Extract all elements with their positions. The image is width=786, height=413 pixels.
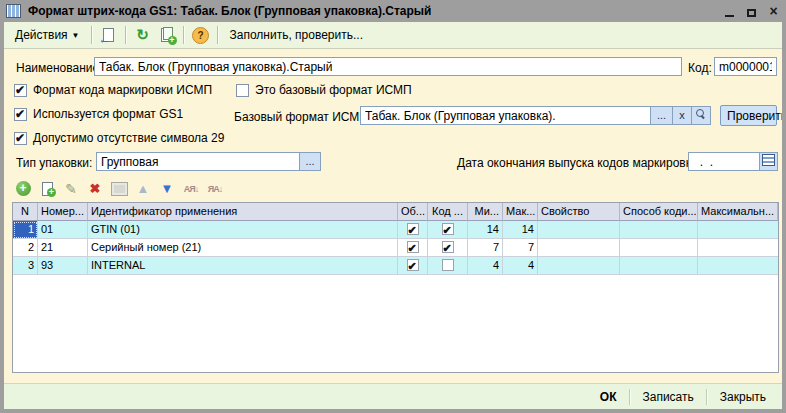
- column-header[interactable]: Об...: [398, 203, 428, 221]
- copy-button[interactable]: +: [157, 25, 177, 45]
- checkbox-icon: [14, 84, 27, 97]
- maximum-cell[interactable]: [698, 239, 778, 257]
- property-cell[interactable]: [538, 239, 620, 257]
- required-cell[interactable]: [398, 239, 428, 257]
- encoding-cell[interactable]: [620, 239, 698, 257]
- base-format-clear-button[interactable]: x: [672, 106, 692, 125]
- end-edit-button[interactable]: [108, 179, 130, 199]
- column-header[interactable]: Ми...: [468, 203, 503, 221]
- number-cell[interactable]: 93: [38, 257, 88, 275]
- min-cell[interactable]: 7: [468, 239, 503, 257]
- edit-row-button[interactable]: ✎: [60, 179, 82, 199]
- checkbox-gs1-format[interactable]: Используется формат GS1: [14, 107, 183, 121]
- base-format-input[interactable]: [360, 106, 651, 125]
- maximize-icon[interactable]: [745, 5, 758, 18]
- package-type-label: Тип упаковки:: [16, 156, 92, 170]
- in-code-cell[interactable]: [428, 221, 468, 239]
- number-cell[interactable]: 21: [38, 239, 88, 257]
- add-row-button[interactable]: +: [12, 179, 34, 199]
- encoding-cell[interactable]: [620, 221, 698, 239]
- encoding-cell[interactable]: [620, 257, 698, 275]
- row-number-cell[interactable]: 1: [13, 221, 38, 239]
- table-header-row: N Номер... Идентификатор применения Об..…: [13, 203, 778, 221]
- end-date-label: Дата окончания выпуска кодов маркировки:: [457, 156, 685, 170]
- save-button[interactable]: Записать: [631, 388, 706, 406]
- package-type-select-button[interactable]: ...: [299, 152, 321, 171]
- actions-menu-button[interactable]: Действия ▼: [8, 24, 87, 46]
- check-button[interactable]: Проверить: [720, 105, 777, 126]
- name-input[interactable]: [94, 57, 682, 76]
- required-cell[interactable]: [398, 257, 428, 275]
- row-number-cell[interactable]: 2: [13, 239, 38, 257]
- move-down-button[interactable]: ▼: [156, 179, 178, 199]
- ok-button[interactable]: ОК: [588, 388, 629, 406]
- max-cell[interactable]: 14: [503, 221, 538, 239]
- data-grid: N Номер... Идентификатор применения Об..…: [12, 202, 779, 373]
- checkbox-allow-missing-29[interactable]: Допустимо отсутствие символа 29: [14, 131, 224, 145]
- column-header[interactable]: Свойство: [538, 203, 620, 221]
- name-label: Наименование:: [16, 61, 103, 75]
- maximum-cell[interactable]: [698, 257, 778, 275]
- sort-ascending-button[interactable]: АЯ↓: [180, 179, 202, 199]
- toolbar-separator: [183, 26, 185, 44]
- column-header[interactable]: Идентификатор применения: [88, 203, 398, 221]
- minimize-icon[interactable]: [723, 5, 736, 18]
- max-cell[interactable]: 7: [503, 239, 538, 257]
- checkbox-icon: [407, 223, 419, 235]
- required-cell[interactable]: [398, 221, 428, 239]
- end-date-input[interactable]: [688, 152, 760, 171]
- checkbox-base-format[interactable]: Это базовый формат ИСМП: [236, 83, 412, 97]
- table-row[interactable]: 2 21 Серийный номер (21) 7 7: [13, 239, 778, 257]
- checkbox-icon: [14, 132, 27, 145]
- package-type-input[interactable]: [96, 152, 300, 171]
- base-format-open-button[interactable]: [691, 106, 711, 125]
- in-code-cell[interactable]: [428, 239, 468, 257]
- delete-row-button[interactable]: ✖: [84, 179, 106, 199]
- property-cell[interactable]: [538, 257, 620, 275]
- pencil-icon: ✎: [65, 181, 77, 197]
- identifier-cell[interactable]: Серийный номер (21): [88, 239, 398, 257]
- code-label: Код:: [688, 61, 712, 75]
- refresh-icon: ↻: [136, 26, 149, 44]
- titlebar: Формат штрих-кода GS1: Табак. Блок (Груп…: [0, 0, 786, 22]
- checkbox-gs1-format-label: Используется формат GS1: [33, 107, 183, 121]
- column-header[interactable]: Номер...: [38, 203, 88, 221]
- end-edit-icon: [111, 182, 128, 196]
- actions-menu-label: Действия: [15, 28, 68, 42]
- maximum-cell[interactable]: [698, 221, 778, 239]
- fill-check-button[interactable]: Заполнить, проверить...: [223, 24, 370, 46]
- checkbox-allow-missing-29-label: Допустимо отсутствие символа 29: [33, 131, 224, 145]
- column-header[interactable]: Мак...: [503, 203, 538, 221]
- in-code-cell[interactable]: [428, 257, 468, 275]
- end-date-calendar-button[interactable]: [759, 152, 778, 171]
- base-format-select-button[interactable]: ...: [650, 106, 673, 125]
- move-up-button[interactable]: ▲: [132, 179, 154, 199]
- min-cell[interactable]: 14: [468, 221, 503, 239]
- close-icon[interactable]: ×: [767, 5, 780, 18]
- magnifier-icon: [696, 109, 706, 119]
- checkbox-ismp-format[interactable]: Формат кода маркировки ИСМП: [14, 83, 212, 97]
- table-row[interactable]: 3 93 INTERNAL 4 4: [13, 257, 778, 275]
- identifier-cell[interactable]: INTERNAL: [88, 257, 398, 275]
- column-header[interactable]: N: [13, 203, 38, 221]
- help-button[interactable]: ?: [191, 25, 211, 45]
- number-cell[interactable]: 01: [38, 221, 88, 239]
- refresh-button[interactable]: ↻: [133, 25, 153, 45]
- close-button[interactable]: Закрыть: [708, 388, 778, 406]
- checkbox-icon: [407, 259, 419, 271]
- identifier-cell[interactable]: GTIN (01): [88, 221, 398, 239]
- column-header[interactable]: Способ коди...: [620, 203, 698, 221]
- delete-icon: ✖: [90, 181, 101, 196]
- column-header[interactable]: Код ...: [428, 203, 468, 221]
- sort-descending-button[interactable]: ЯА↓: [204, 179, 226, 199]
- row-number-cell[interactable]: 3: [13, 257, 38, 275]
- column-header[interactable]: Максимальн...: [698, 203, 778, 221]
- reread-button[interactable]: ←: [99, 25, 119, 45]
- copy-row-button[interactable]: +: [36, 179, 58, 199]
- min-cell[interactable]: 4: [468, 257, 503, 275]
- max-cell[interactable]: 4: [503, 257, 538, 275]
- code-input[interactable]: [714, 57, 777, 76]
- window-title: Формат штрих-кода GS1: Табак. Блок (Груп…: [28, 4, 431, 18]
- table-row[interactable]: 1 01 GTIN (01) 14 14: [13, 221, 778, 239]
- property-cell[interactable]: [538, 221, 620, 239]
